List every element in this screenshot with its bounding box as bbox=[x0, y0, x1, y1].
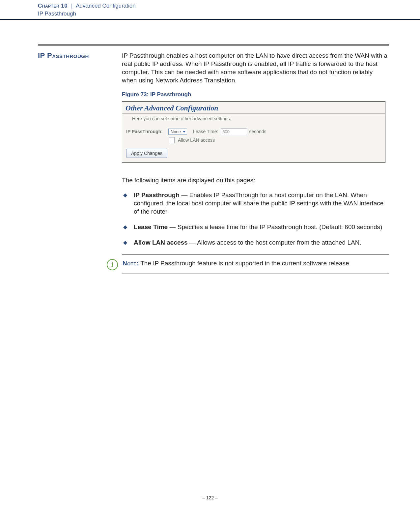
allow-lan-checkbox[interactable] bbox=[169, 137, 175, 143]
bullet-title: Allow LAN access bbox=[134, 239, 188, 246]
note-rule-bottom bbox=[122, 274, 389, 274]
bullet-allow-lan: Allow LAN access — Allows access to the … bbox=[122, 238, 389, 247]
separator: | bbox=[69, 3, 74, 9]
section-heading: IP Passthrough bbox=[38, 51, 122, 60]
bullet-lease-time: Lease Time — Specifies a lease time for … bbox=[122, 223, 389, 231]
lease-time-unit: seconds bbox=[249, 129, 266, 134]
note-label: Note: bbox=[123, 260, 139, 267]
note-text: Note: The IP Passthrough feature is not … bbox=[123, 259, 351, 267]
lease-time-label: Lease Time: bbox=[193, 129, 218, 134]
ip-passthrough-label: IP PassThrough: bbox=[126, 129, 168, 134]
chapter-label: Chapter 10 bbox=[38, 3, 68, 9]
intro-paragraph: IP Passthrough enables a host computer o… bbox=[122, 51, 389, 84]
ip-passthrough-select[interactable]: None bbox=[168, 129, 187, 135]
apply-changes-button[interactable]: Apply Changes bbox=[126, 149, 167, 158]
note-body: The IP Passthrough feature is not suppor… bbox=[139, 260, 351, 267]
panel-title: Other Advanced Configuration bbox=[122, 102, 385, 114]
bullet-ip-passthrough: IP Passthrough — Enables IP PassThrough … bbox=[122, 191, 389, 216]
bullet-title: Lease Time bbox=[134, 223, 168, 230]
info-icon: i bbox=[107, 259, 118, 270]
bullet-desc: — Specifies a lease time for the IP Pass… bbox=[168, 223, 382, 230]
note-rule-top bbox=[122, 254, 389, 254]
figure-caption: Figure 73: IP Passthrough bbox=[122, 91, 389, 98]
header-rule bbox=[0, 19, 420, 20]
allow-lan-label: Allow LAN access bbox=[178, 137, 215, 143]
bullet-desc: — Allows access to the host computer fro… bbox=[188, 239, 361, 246]
lease-time-input[interactable] bbox=[221, 128, 247, 135]
lead-line: The following items are displayed on thi… bbox=[122, 176, 389, 184]
panel-subtitle: Here you can set some other advanced set… bbox=[122, 114, 385, 127]
breadcrumb-subtitle: IP Passthrough bbox=[38, 10, 420, 18]
breadcrumb: Chapter 10 | Advanced Configuration IP P… bbox=[0, 0, 420, 19]
config-screenshot: Other Advanced Configuration Here you ca… bbox=[122, 101, 385, 163]
page-number: – 122 – bbox=[0, 495, 420, 500]
bullet-title: IP Passthrough bbox=[134, 192, 180, 198]
chapter-title: Advanced Configuration bbox=[76, 3, 135, 9]
